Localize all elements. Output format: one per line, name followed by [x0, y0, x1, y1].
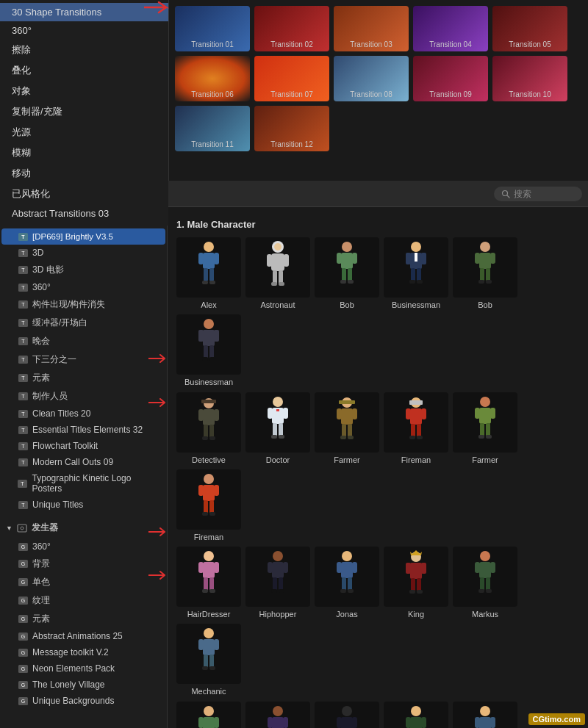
sidebar-item-brightly[interactable]: T [DP669] Brightly V3.5 [1, 228, 165, 245]
sidebar-item-modern-callouts[interactable]: T Modern Call Outs 09 [1, 454, 165, 470]
menu-item-dissolve[interactable]: 叠化 [0, 60, 168, 81]
char-bob-2[interactable]: Bob [453, 237, 517, 310]
sidebar-item-buildup[interactable]: T 构件出现/构件消失 [1, 295, 165, 314]
svg-point-186 [342, 551, 352, 561]
menu-item-move[interactable]: 移动 [0, 163, 168, 184]
svg-rect-245 [410, 717, 422, 728]
sidebar-item-party[interactable]: T 晚会 [1, 332, 165, 350]
menu-item-object[interactable]: 对象 [0, 81, 168, 101]
svg-rect-96 [421, 253, 426, 264]
char-hairdresser[interactable]: HairDresser [176, 547, 241, 619]
svg-rect-123 [204, 425, 208, 438]
char-doctor[interactable]: Doctor [245, 392, 310, 465]
sidebar-item-credits[interactable]: T 制作人员 [1, 387, 165, 406]
menu-item-wipe[interactable]: 擦除 [0, 40, 168, 60]
char-fireman1-label: Fireman [401, 455, 431, 465]
menu-item-360[interactable]: 360° [0, 21, 168, 40]
transition-03[interactable]: Transition 03 [334, 6, 409, 51]
char-businessman-1[interactable]: Businessman [384, 237, 448, 310]
char-astronaut[interactable]: Astronaut [245, 237, 310, 310]
menu-item-abstract-transitions[interactable]: Abstract Transitions 03 [0, 204, 168, 223]
svg-rect-255 [490, 717, 495, 728]
svg-rect-143 [340, 436, 346, 439]
sidebar-item-3d[interactable]: T 3D [1, 245, 165, 261]
sidebar-item-gen-360[interactable]: G 360° [1, 538, 165, 555]
menu-item-light[interactable]: 光源 [0, 122, 168, 143]
sidebar-item-clean-titles[interactable]: T Clean Titles 20 [1, 406, 165, 422]
sidebar-item-neon-elements[interactable]: G Neon Elements Pack [1, 660, 165, 677]
char-fireman1-figure [401, 396, 431, 449]
transition-05[interactable]: Transition 05 [492, 6, 567, 51]
char-markus[interactable]: Markus [453, 547, 517, 619]
svg-rect-185 [279, 589, 284, 593]
sidebar-item-solid[interactable]: G 单色 [1, 573, 165, 591]
char-detective[interactable]: Detective [176, 392, 241, 465]
char-king[interactable]: King [384, 547, 448, 619]
transition-10[interactable]: Transition 10 [492, 56, 567, 101]
char-officer[interactable]: Officer [384, 702, 448, 728]
label-clean-titles: Clean Titles 20 [32, 408, 90, 419]
transition-06[interactable]: Transition 06 [175, 56, 250, 101]
svg-rect-139 [337, 408, 342, 419]
char-doctor-figure [263, 396, 293, 449]
svg-text:T: T [21, 460, 25, 465]
svg-rect-101 [417, 280, 423, 284]
icon-neon-elements: G [18, 663, 28, 674]
svg-rect-208 [486, 577, 490, 591]
transition-04-label: Transition 04 [413, 40, 488, 48]
menu-item-replicator[interactable]: 复制器/充隆 [0, 101, 168, 122]
char-mike-figure [194, 705, 223, 728]
char-alex[interactable]: Alex [176, 237, 241, 310]
char-bob-1[interactable]: Bob [315, 237, 379, 310]
transitions-row-3: Transition 11 Transition 12 [175, 106, 582, 151]
search-input[interactable] [514, 189, 573, 199]
transition-07[interactable]: Transition 07 [254, 56, 329, 101]
sidebar-section-generators[interactable]: ▼ 发生器 [0, 517, 167, 538]
menu-item-shape-transitions[interactable]: 30 Shape Transitions [0, 3, 168, 21]
icon-3d: T [18, 248, 28, 258]
char-mechanic[interactable]: Mechanic [176, 624, 241, 696]
sidebar-item-elements[interactable]: T 元素 [1, 369, 165, 387]
char-ninja[interactable]: Ninja [315, 702, 379, 728]
sidebar-item-typographic[interactable]: T Typographic Kinetic Logo Posters [1, 470, 165, 497]
sidebar-item-texture[interactable]: G 纹理 [1, 591, 165, 610]
sidebar-item-lonely-village[interactable]: G The Lonely Village [1, 677, 165, 693]
sidebar-item-unique-backgrounds[interactable]: G Unique Backgrounds [1, 693, 165, 709]
sidebar-item-buffer[interactable]: T 缓冲器/开场白 [1, 314, 165, 332]
char-fireman-2[interactable]: Fireman [176, 469, 241, 542]
transition-08[interactable]: Transition 08 [334, 56, 409, 101]
sidebar-item-lower-third[interactable]: T 下三分之一 [1, 350, 165, 369]
sidebar-item-abstract-animations[interactable]: G Abstract Animations 25 [1, 628, 165, 644]
sidebar-item-message-toolkit[interactable]: G Message toolkit V.2 [1, 644, 165, 660]
char-businessman-2[interactable]: Businessman [176, 314, 241, 387]
sidebar-item-unique-titles[interactable]: T Unique Titles [1, 497, 165, 513]
svg-rect-130 [283, 408, 288, 419]
sidebar-item-gen-elements[interactable]: G 元素 [1, 610, 165, 628]
svg-rect-180 [268, 562, 273, 573]
char-pilot[interactable]: Pilot [453, 702, 517, 728]
char-farmer-2[interactable]: Farmer [453, 392, 517, 465]
transition-09[interactable]: Transition 09 [413, 56, 488, 101]
sidebar-item-3d-movie[interactable]: T 3D 电影 [1, 261, 165, 279]
transition-01[interactable]: Transition 01 [175, 6, 250, 51]
transition-02[interactable]: Transition 02 [254, 6, 329, 51]
transition-11[interactable]: Transition 11 [175, 106, 250, 151]
char-musician[interactable]: Musician [245, 702, 310, 728]
char-mike[interactable]: Mike [176, 702, 241, 728]
char-farmer-1[interactable]: Farmer [315, 392, 379, 465]
sidebar-item-background[interactable]: G 背景 [1, 555, 165, 573]
sidebar-item-flowchart[interactable]: T Flowchart Toolkit [1, 438, 165, 454]
svg-rect-80 [284, 254, 289, 267]
menu-item-blur[interactable]: 模糊 [0, 143, 168, 163]
char-fireman-1[interactable]: Fireman [384, 392, 448, 465]
char-hiphopper[interactable]: Hiphopper [245, 547, 310, 619]
menu-item-stylize[interactable]: 已风格化 [0, 184, 168, 204]
sidebar-item-360[interactable]: T 360° [1, 279, 165, 295]
sidebar-item-essential-titles[interactable]: T Essential Titles Elements 32 [1, 422, 165, 438]
char-jonas[interactable]: Jonas [315, 547, 379, 619]
svg-point-102 [480, 242, 490, 252]
char-farmer2-label: Farmer [472, 455, 498, 465]
svg-rect-111 [203, 330, 215, 346]
transition-04[interactable]: Transition 04 [413, 6, 488, 51]
transition-12[interactable]: Transition 12 [254, 106, 329, 151]
